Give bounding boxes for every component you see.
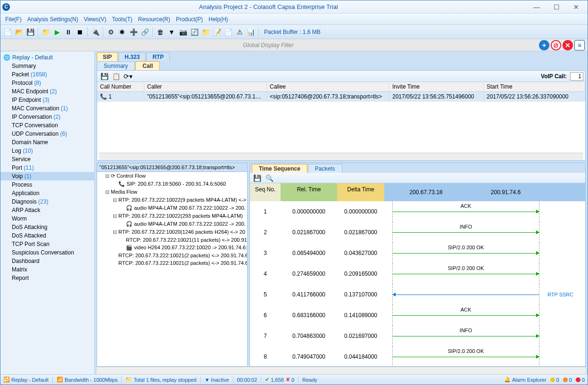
sidebar-item-ip-conversation[interactable]: IP Conversation (2)	[0, 113, 94, 121]
sidebar-item-mac-endpoint[interactable]: MAC Endpoint (2)	[0, 87, 94, 96]
menu-product[interactable]: Product(P)	[173, 16, 206, 23]
sidebar-item-log[interactable]: Log (10)	[0, 147, 94, 155]
trash-icon[interactable]: 🗑	[155, 27, 166, 37]
flow-node[interactable]: ⊟ RTP: 200.67.73.222:10022(9 packets MP4…	[97, 196, 247, 204]
sidebar-item-application[interactable]: Application	[0, 189, 94, 197]
col-invite-time[interactable]: Invite Time	[389, 82, 484, 91]
tab-packets[interactable]: Packets	[308, 164, 342, 173]
sequence-row[interactable]: 30.0654940000.043627000SIP/2.0 200 OK	[250, 243, 585, 263]
menu-tools[interactable]: Tools(T)	[109, 16, 135, 23]
sidebar-item-udp-conversation[interactable]: UDP Conversation (6)	[0, 130, 94, 138]
expand-icon[interactable]: ⊟	[105, 173, 109, 179]
refresh-dropdown-icon[interactable]: ⟳▾	[123, 71, 133, 82]
chart-icon[interactable]: 📊	[246, 27, 256, 37]
sequence-grid[interactable]: Seq No. Rel. Time Delta Time 200.67.73.1…	[250, 183, 585, 366]
tab-time-sequence[interactable]: Time Sequence	[252, 164, 307, 173]
menu-help[interactable]: Help(H)	[206, 16, 231, 23]
adapter-icon[interactable]: 🔌	[90, 27, 100, 37]
flow-node[interactable]: 🎧 audio MP4A-LATM 200.67.73.222:10022 ->…	[97, 220, 247, 228]
sequence-row[interactable]: 70.7048630000.021697000INFO	[250, 326, 585, 346]
col-caller[interactable]: Caller	[144, 82, 267, 91]
sidebar-item-dos-attacked[interactable]: DoS Attacked	[0, 231, 94, 240]
sidebar-item-process[interactable]: Process	[0, 180, 94, 189]
tab-call[interactable]: Call	[135, 61, 160, 70]
nodes-icon[interactable]: ✱	[117, 27, 127, 37]
sequence-row[interactable]: 10.0000000000.000000000ACK	[250, 201, 585, 222]
flow-node[interactable]: RTCP: 200.67.73.222:10021(2 packets) <->…	[97, 259, 247, 267]
sidebar-item-packet[interactable]: Packet (1658)	[0, 70, 94, 79]
doc-icon[interactable]: 📄	[223, 27, 233, 37]
sidebar-item-tcp-conversation[interactable]: TCP Conversation	[0, 121, 94, 130]
flow-node[interactable]: ⊟ ⟳ Control Flow	[97, 172, 247, 180]
sidebar-item-voip[interactable]: Voip (1)	[0, 172, 94, 180]
horizontal-scrollbar[interactable]	[97, 367, 586, 374]
sidebar-item-service[interactable]: Service	[0, 155, 94, 164]
expand-icon[interactable]: ⊟	[112, 197, 117, 203]
filter-list-icon[interactable]: ≡	[574, 40, 585, 50]
sequence-row[interactable]: 60.6831660000.141089000ACK	[250, 305, 585, 326]
sidebar-item-arp-attack[interactable]: ARP Attack	[0, 206, 94, 214]
menu-views[interactable]: Views(V)	[81, 16, 109, 23]
save-icon[interactable]: 💾	[25, 27, 35, 37]
open-icon[interactable]: 📂	[14, 27, 24, 37]
expand-icon[interactable]: ⊟	[112, 213, 117, 219]
flow-node[interactable]: ⊟ Media Flow	[97, 188, 247, 196]
seq-zoom-icon[interactable]: 🔍	[264, 173, 274, 183]
edit-icon[interactable]: 📝	[212, 27, 222, 37]
tab-rtp[interactable]: RTP	[146, 52, 170, 61]
filter-delete-icon[interactable]: ✕	[563, 40, 573, 50]
sidebar-item-dashboard[interactable]: Dashboard	[0, 257, 94, 265]
sidebar-item-dos-attacking[interactable]: DoS Attacking	[0, 223, 94, 231]
tab-summary[interactable]: Summary	[97, 61, 135, 70]
refresh-icon[interactable]: 🔄	[189, 27, 199, 37]
folder2-icon[interactable]: 📁	[200, 27, 211, 37]
flow-node[interactable]: ⊟ RTP: 200.67.73.222:10020(1246 packets …	[97, 228, 247, 236]
stop-icon[interactable]: ⏹	[75, 27, 85, 37]
sidebar-item-report[interactable]: Report	[0, 274, 94, 282]
play-icon[interactable]: ▶	[52, 27, 62, 37]
folder-icon[interactable]: 📁	[41, 27, 51, 37]
close-button[interactable]: ✕	[567, 1, 586, 13]
flow-node[interactable]: 🎧 audio MP4A-LATM 200.67.73.222:10022 ->…	[97, 204, 247, 212]
sequence-row[interactable]: 40.2746590000.209165000SIP/2.0 200 OK	[250, 263, 585, 284]
sidebar-item-tcp-port-scan[interactable]: TCP Port Scan	[0, 240, 94, 248]
sidebar-item-suspicious-conversation[interactable]: Suspicious Conversation	[0, 248, 94, 257]
sequence-row[interactable]: 80.7490470000.044184000SIP/2.0 200 OK	[250, 346, 585, 366]
sidebar-item-summary[interactable]: Summary	[0, 62, 94, 70]
warn-icon[interactable]: ⚠	[234, 27, 245, 37]
copy-icon[interactable]: 📋	[111, 71, 121, 82]
col-start-time[interactable]: Start Time	[484, 82, 585, 91]
diagram-icon[interactable]: 🔗	[140, 27, 150, 37]
expand-icon[interactable]: ⊟	[112, 229, 117, 235]
tab-h323[interactable]: H.323	[118, 52, 146, 61]
filter-add-icon[interactable]: +	[539, 40, 549, 50]
sidebar-item-matrix[interactable]: Matrix	[0, 265, 94, 274]
add-icon[interactable]: ➕	[128, 27, 139, 37]
expand-icon[interactable]: ⊟	[105, 189, 109, 195]
capture-icon[interactable]: 📷	[178, 27, 188, 37]
horizontal-scrollbar[interactable]	[99, 153, 583, 160]
flow-node[interactable]: 🎬 video H264 200.67.73.222:10020 -> 200.…	[97, 244, 247, 252]
sidebar-item-port[interactable]: Port (11)	[0, 164, 94, 172]
sidebar-item-diagnosis[interactable]: Diagnosis (23)	[0, 197, 94, 206]
flow-node[interactable]: 📞 SIP: 200.67.73.18:5060 - 200.91.74.6:5…	[97, 180, 247, 188]
flow-node[interactable]: RTCP: 200.67.73.222:10021(2 packets) <->…	[97, 252, 247, 259]
filter-block-icon[interactable]: ⊘	[551, 40, 561, 50]
col-call-number[interactable]: Call Number	[97, 82, 144, 91]
filter-icon[interactable]: ▼	[166, 27, 177, 37]
minimize-button[interactable]: —	[527, 1, 546, 13]
sidebar-item-mac-conversation[interactable]: MAC Conversation (1)	[0, 104, 94, 113]
sidebar-item-worm[interactable]: Worm	[0, 214, 94, 223]
pause-icon[interactable]: ⏸	[63, 27, 74, 37]
sequence-row[interactable]: 20.0218670000.021867000INFO	[250, 222, 585, 243]
sidebar-tree[interactable]: 🌐 Replay - Default Summary Packet (1658)…	[0, 51, 95, 374]
config-icon[interactable]: ⚙	[106, 27, 116, 37]
global-filter-input[interactable]: Global Display Filter	[0, 42, 536, 49]
maximize-button[interactable]: ☐	[547, 1, 566, 13]
seq-export-icon[interactable]: 💾	[252, 173, 262, 183]
menu-file[interactable]: File(F)	[2, 16, 25, 23]
menu-analysis-settings[interactable]: Analysis Settings(N)	[25, 16, 81, 23]
new-icon[interactable]: 📄	[2, 27, 13, 37]
tab-sip[interactable]: SIP	[97, 52, 118, 61]
sidebar-item-domain-name[interactable]: Domain Name	[0, 138, 94, 147]
